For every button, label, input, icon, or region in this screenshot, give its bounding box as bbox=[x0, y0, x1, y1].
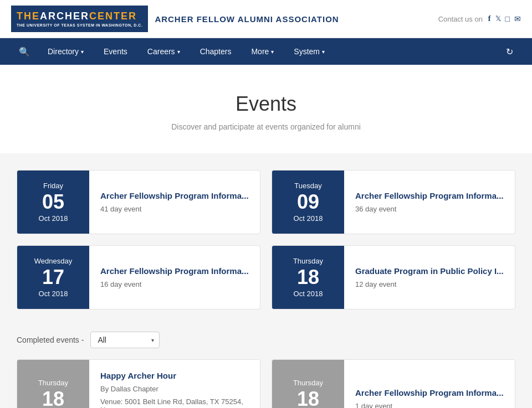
event-date-box: Thursday 18 Oct 2018 bbox=[272, 246, 344, 309]
event-info: Archer Fellowship Program Informa... 41 … bbox=[89, 171, 260, 234]
event-date-box: Thursday 18 Oct 2018 bbox=[17, 360, 89, 408]
event-info: Happy Archer Hour By Dallas Chapter Venu… bbox=[89, 360, 260, 408]
day-number: 17 bbox=[42, 267, 64, 287]
day-number: 05 bbox=[42, 192, 64, 212]
event-venue: Venue: 5001 Belt Line Rd, Dallas, TX 752… bbox=[100, 397, 249, 408]
event-date-box: Thursday 18 Oct 2018 bbox=[272, 360, 344, 408]
refresh-button[interactable]: ↻ bbox=[498, 38, 521, 65]
event-title[interactable]: Archer Fellowship Program Informa... bbox=[355, 191, 504, 200]
event-info: Archer Fellowship Program Informa... 36 … bbox=[344, 171, 515, 234]
directory-chevron-icon: ▾ bbox=[81, 49, 84, 55]
event-duration: 36 day event bbox=[355, 205, 504, 213]
careers-chevron-icon: ▾ bbox=[177, 49, 180, 55]
filter-select-wrapper: All Past 30 days Past 90 days ▾ bbox=[90, 332, 160, 348]
upcoming-events-grid: Friday 05 Oct 2018 Archer Fellowship Pro… bbox=[17, 170, 515, 309]
nav-item-system[interactable]: System ▾ bbox=[284, 38, 335, 65]
event-title[interactable]: Archer Fellowship Program Informa... bbox=[355, 388, 504, 397]
page-subtitle: Discover and participate at events organ… bbox=[11, 122, 521, 131]
event-title[interactable]: Archer Fellowship Program Informa... bbox=[100, 191, 249, 200]
event-info: Graduate Program in Public Policy I... 1… bbox=[344, 246, 515, 309]
month-year: Oct 2018 bbox=[39, 290, 68, 298]
social-icons: f 𝕏 □ ✉ bbox=[488, 14, 521, 23]
day-name: Friday bbox=[43, 182, 63, 190]
event-duration: 1 day event bbox=[355, 402, 504, 408]
month-year: Oct 2018 bbox=[294, 290, 323, 298]
nav-item-chapters[interactable]: Chapters bbox=[190, 38, 242, 65]
facebook-icon[interactable]: f bbox=[488, 14, 491, 23]
event-duration: 12 day event bbox=[355, 280, 504, 288]
event-card: Friday 05 Oct 2018 Archer Fellowship Pro… bbox=[17, 170, 260, 234]
day-name: Tuesday bbox=[294, 182, 321, 190]
org-title: ARCHER FELLOW ALUMNI ASSOCIATION bbox=[155, 14, 339, 24]
event-date-box: Tuesday 09 Oct 2018 bbox=[272, 171, 344, 234]
event-title[interactable]: Happy Archer Hour bbox=[100, 371, 249, 380]
completed-filter-bar: Completed events - All Past 30 days Past… bbox=[17, 332, 515, 348]
completed-event-card: Thursday 18 Oct 2018 Happy Archer Hour B… bbox=[17, 359, 260, 408]
event-info: Archer Fellowship Program Informa... 1 d… bbox=[344, 360, 515, 408]
contact-area: Contact us on f 𝕏 □ ✉ bbox=[438, 14, 521, 23]
main-content: Friday 05 Oct 2018 Archer Fellowship Pro… bbox=[0, 153, 532, 408]
day-name: Wednesday bbox=[34, 257, 72, 265]
completed-event-card: Thursday 18 Oct 2018 Archer Fellowship P… bbox=[272, 359, 515, 408]
event-duration: 16 day event bbox=[100, 280, 249, 288]
day-name: Thursday bbox=[293, 379, 323, 387]
event-title[interactable]: Archer Fellowship Program Informa... bbox=[100, 266, 249, 276]
event-date-box: Wednesday 17 Oct 2018 bbox=[17, 246, 89, 309]
event-card: Tuesday 09 Oct 2018 Archer Fellowship Pr… bbox=[272, 170, 515, 234]
top-bar: THEARCHERCENTER THE UNIVERSITY OF TEXAS … bbox=[0, 0, 532, 38]
nav-item-events[interactable]: Events bbox=[94, 38, 137, 65]
logo-area: THEARCHERCENTER THE UNIVERSITY OF TEXAS … bbox=[11, 6, 339, 32]
system-chevron-icon: ▾ bbox=[322, 49, 325, 55]
completed-events-grid: Thursday 18 Oct 2018 Happy Archer Hour B… bbox=[17, 359, 515, 408]
month-year: Oct 2018 bbox=[39, 214, 68, 223]
event-title[interactable]: Graduate Program in Public Policy I... bbox=[355, 266, 504, 276]
nav-item-directory[interactable]: Directory ▾ bbox=[38, 38, 94, 65]
day-number: 09 bbox=[297, 192, 319, 212]
nav-bar: 🔍 Directory ▾ Events Careers ▾ Chapters … bbox=[0, 38, 532, 65]
hero-section: Events Discover and participate at event… bbox=[0, 65, 532, 153]
nav-item-careers[interactable]: Careers ▾ bbox=[137, 38, 190, 65]
logo-box: THEARCHERCENTER THE UNIVERSITY OF TEXAS … bbox=[11, 6, 148, 32]
instagram-icon[interactable]: □ bbox=[505, 14, 510, 23]
search-button[interactable]: 🔍 bbox=[11, 38, 38, 65]
email-icon[interactable]: ✉ bbox=[514, 14, 521, 23]
more-chevron-icon: ▾ bbox=[271, 49, 274, 55]
contact-text: Contact us on bbox=[438, 15, 483, 23]
event-organizer: By Dallas Chapter bbox=[100, 385, 249, 393]
day-number: 18 bbox=[297, 267, 319, 287]
event-info: Archer Fellowship Program Informa... 16 … bbox=[89, 246, 260, 309]
nav-item-more[interactable]: More ▾ bbox=[241, 38, 284, 65]
twitter-icon[interactable]: 𝕏 bbox=[495, 14, 501, 23]
event-date-box: Friday 05 Oct 2018 bbox=[17, 171, 89, 234]
completed-filter-select[interactable]: All Past 30 days Past 90 days bbox=[90, 332, 160, 348]
day-number: 18 bbox=[42, 389, 64, 408]
month-year: Oct 2018 bbox=[294, 214, 323, 223]
event-duration: 41 day event bbox=[100, 205, 249, 213]
completed-label: Completed events - bbox=[17, 335, 84, 344]
day-name: Thursday bbox=[293, 257, 323, 265]
page-title: Events bbox=[11, 92, 521, 116]
logo-text: THEARCHERCENTER bbox=[17, 10, 142, 23]
day-name: Thursday bbox=[38, 379, 68, 387]
event-card: Wednesday 17 Oct 2018 Archer Fellowship … bbox=[17, 245, 260, 309]
day-number: 18 bbox=[297, 389, 319, 408]
logo-subtitle: THE UNIVERSITY OF TEXAS SYSTEM IN WASHIN… bbox=[17, 23, 142, 28]
event-card: Thursday 18 Oct 2018 Graduate Program in… bbox=[272, 245, 515, 309]
